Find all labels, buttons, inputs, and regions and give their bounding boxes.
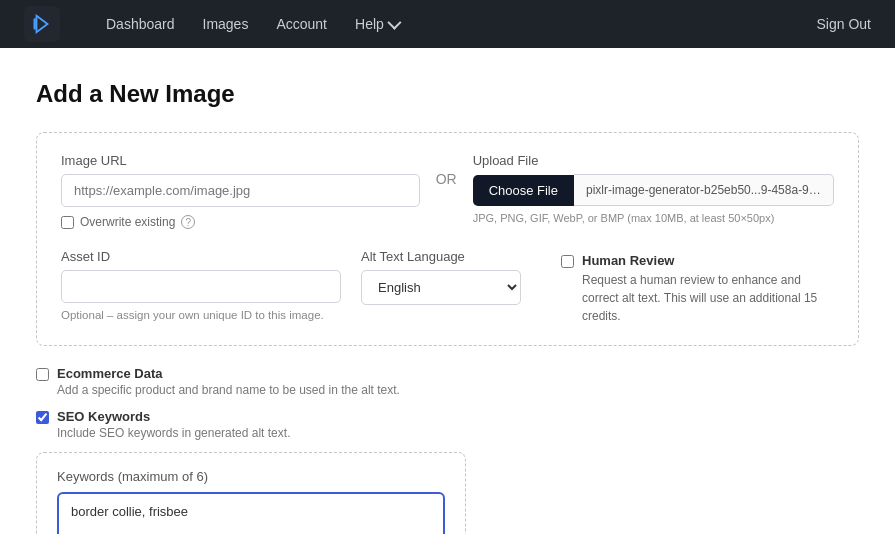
alt-text-language-label: Alt Text Language (361, 249, 521, 264)
image-url-input[interactable] (61, 174, 420, 207)
seo-keywords-checkbox[interactable] (36, 411, 49, 424)
seo-content: SEO Keywords Include SEO keywords in gen… (57, 409, 290, 440)
file-name-display: pixlr-image-generator-b25eb50...9-458a-9… (574, 174, 834, 206)
sign-out-button[interactable]: Sign Out (817, 16, 871, 32)
overwrite-row: Overwrite existing ? (61, 215, 420, 229)
image-url-section: Image URL Overwrite existing ? (61, 153, 420, 229)
keywords-label: Keywords (maximum of 6) (57, 469, 445, 484)
nav-help-label: Help (355, 16, 384, 32)
nav-images[interactable]: Images (189, 0, 263, 48)
nav-help[interactable]: Help (341, 0, 412, 48)
overwrite-label: Overwrite existing (80, 215, 175, 229)
info-icon[interactable]: ? (181, 215, 195, 229)
bottom-section: Ecommerce Data Add a specific product an… (36, 366, 859, 534)
logo[interactable] (24, 6, 60, 42)
left-col: Ecommerce Data Add a specific product an… (36, 366, 466, 534)
human-review-content: Human Review Request a human review to e… (582, 253, 834, 325)
page-title: Add a New Image (36, 80, 859, 108)
seo-keywords-desc: Include SEO keywords in generated alt te… (57, 426, 290, 440)
human-review-section: Human Review Request a human review to e… (561, 249, 834, 325)
upload-row: Image URL Overwrite existing ? OR Upload… (61, 153, 834, 229)
ecommerce-desc: Add a specific product and brand name to… (57, 383, 400, 397)
asset-id-label: Asset ID (61, 249, 341, 264)
human-review-title: Human Review (582, 253, 834, 268)
nav-dashboard[interactable]: Dashboard (92, 0, 189, 48)
overwrite-checkbox[interactable] (61, 216, 74, 229)
keywords-textarea[interactable]: border collie, frisbee (57, 492, 445, 534)
fields-row: Asset ID Optional – assign your own uniq… (61, 249, 834, 325)
human-review-checkbox[interactable] (561, 255, 574, 268)
ecommerce-checkbox[interactable] (36, 368, 49, 381)
seo-option-row: SEO Keywords Include SEO keywords in gen… (36, 409, 466, 440)
upload-file-row: Choose File pixlr-image-generator-b25eb5… (473, 174, 834, 206)
upload-file-label: Upload File (473, 153, 834, 168)
human-review-desc: Request a human review to enhance and co… (582, 271, 834, 325)
keywords-card: Keywords (maximum of 6) border collie, f… (36, 452, 466, 534)
ecommerce-content: Ecommerce Data Add a specific product an… (57, 366, 400, 397)
asset-id-input[interactable] (61, 270, 341, 303)
svg-marker-0 (37, 16, 48, 33)
chevron-down-icon (387, 16, 401, 30)
alt-text-language-select[interactable]: English French German Spanish Japanese (361, 270, 521, 305)
ecommerce-option-row: Ecommerce Data Add a specific product an… (36, 366, 466, 397)
file-hint: JPG, PNG, GIF, WebP, or BMP (max 10MB, a… (473, 212, 834, 224)
upload-file-section: Upload File Choose File pixlr-image-gene… (473, 153, 834, 224)
human-review-row: Human Review Request a human review to e… (561, 253, 834, 325)
or-divider: OR (436, 153, 457, 187)
asset-id-hint: Optional – assign your own unique ID to … (61, 309, 341, 321)
asset-id-section: Asset ID Optional – assign your own uniq… (61, 249, 341, 321)
right-col (486, 366, 859, 374)
upload-card: Image URL Overwrite existing ? OR Upload… (36, 132, 859, 346)
navbar: Dashboard Images Account Help Sign Out (0, 0, 895, 48)
image-url-label: Image URL (61, 153, 420, 168)
choose-file-button[interactable]: Choose File (473, 175, 574, 206)
nav-links: Dashboard Images Account Help (92, 0, 793, 48)
ecommerce-title: Ecommerce Data (57, 366, 400, 381)
alt-text-language-section: Alt Text Language English French German … (361, 249, 521, 305)
nav-account[interactable]: Account (262, 0, 341, 48)
seo-keywords-title: SEO Keywords (57, 409, 290, 424)
main-content: Add a New Image Image URL Overwrite exis… (0, 48, 895, 534)
